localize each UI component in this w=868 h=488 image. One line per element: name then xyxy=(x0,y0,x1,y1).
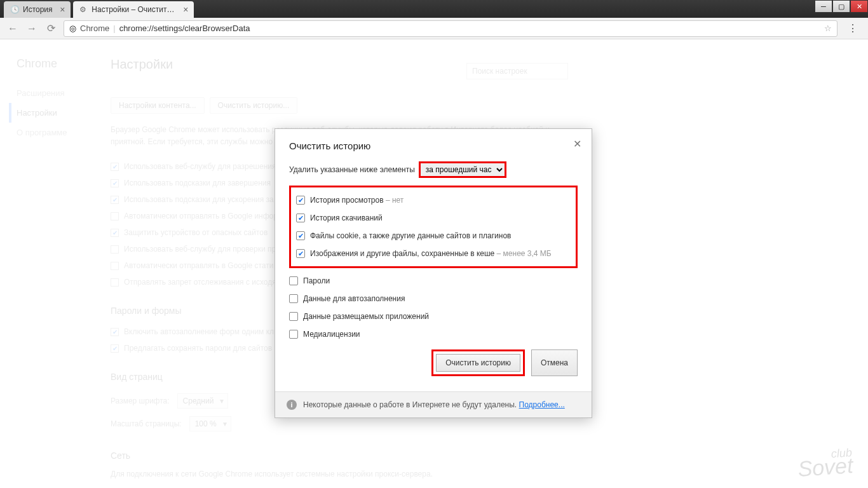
clear-data-checkbox-row[interactable]: Пароли xyxy=(289,272,578,290)
checkbox-label: Данные размещаемых приложений xyxy=(303,312,429,321)
clear-data-checkbox-row[interactable]: Файлы cookie, а также другие данные сайт… xyxy=(296,227,571,245)
clear-data-checkbox-row[interactable]: Данные для автозаполнения xyxy=(289,290,578,308)
close-tab-icon[interactable]: × xyxy=(183,4,188,15)
tab-title: История xyxy=(23,5,53,14)
clear-history-dialog: ✕ Очистить историю Удалить указанные ниж… xyxy=(275,128,592,418)
checkbox-label: Файлы cookie, а также другие данные сайт… xyxy=(310,231,511,240)
info-icon: i xyxy=(287,400,297,410)
address-bar[interactable]: ◎ Chrome | chrome://settings/clearBrowse… xyxy=(64,20,837,37)
clear-data-checkbox-row[interactable]: Медиалицензии xyxy=(289,325,578,343)
window-controls: ─ ▢ ✕ xyxy=(815,0,868,13)
footer-learn-more-link[interactable]: Подробнее... xyxy=(519,400,565,409)
watermark: club Sovet xyxy=(797,448,854,478)
checkbox-icon xyxy=(289,276,298,285)
checkbox-label: История скачиваний xyxy=(310,214,383,222)
maximize-button[interactable]: ▢ xyxy=(832,0,850,13)
footer-text: Некоторые данные о работе в Интернете не… xyxy=(303,400,517,409)
tab-history[interactable]: 🕓 История × xyxy=(4,1,71,18)
tab-strip: 🕓 История × ⚙ Настройки – Очистить и × xyxy=(0,0,868,18)
chrome-icon: ◎ xyxy=(69,24,76,33)
clear-data-checkbox-row[interactable]: Данные размещаемых приложений xyxy=(289,308,578,325)
clear-history-confirm-button[interactable]: Очистить историю xyxy=(436,354,520,372)
address-origin: Chrome xyxy=(80,24,109,33)
checkbox-icon xyxy=(289,312,298,321)
checkbox-icon xyxy=(296,249,305,258)
checkbox-note: – нет xyxy=(386,196,403,205)
dialog-title: Очистить историю xyxy=(289,140,578,151)
checkbox-icon xyxy=(289,294,298,303)
browser-toolbar: ← → ⟳ ◎ Chrome | chrome://settings/clear… xyxy=(0,18,868,39)
checkbox-icon xyxy=(296,231,305,240)
gear-icon: ⚙ xyxy=(79,5,88,14)
cancel-button[interactable]: Отмена xyxy=(531,349,578,376)
reload-button[interactable]: ⟳ xyxy=(44,22,57,35)
clear-data-checkbox-row[interactable]: История скачиваний xyxy=(296,209,571,227)
tab-title: Настройки – Очистить и xyxy=(92,5,175,14)
checkbox-label: Изображения и другие файлы, сохраненные … xyxy=(310,249,552,258)
clear-data-checkbox-row[interactable]: История просмотров – нет xyxy=(296,191,571,209)
minimize-button[interactable]: ─ xyxy=(815,0,832,13)
tab-settings[interactable]: ⚙ Настройки – Очистить и × xyxy=(73,1,194,18)
checkbox-label: Медиалицензии xyxy=(303,330,360,339)
highlighted-primary-action: Очистить историю xyxy=(431,349,525,376)
bookmark-star-icon[interactable]: ☆ xyxy=(824,24,832,33)
clear-data-checkbox-row[interactable]: Изображения и другие файлы, сохраненные … xyxy=(296,245,571,262)
close-window-button[interactable]: ✕ xyxy=(850,0,868,13)
forward-button[interactable]: → xyxy=(25,22,38,35)
checkbox-note: – менее 3,4 МБ xyxy=(497,249,552,258)
checkbox-icon xyxy=(289,330,298,339)
address-url: chrome://settings/clearBrowserData xyxy=(119,24,820,33)
dialog-close-button[interactable]: ✕ xyxy=(573,138,581,150)
time-range-select[interactable]: за прошедший час xyxy=(420,163,505,177)
checkbox-label: История просмотров – нет xyxy=(310,196,403,205)
highlighted-checked-group: История просмотров – нетИстория скачиван… xyxy=(289,186,578,268)
checkbox-label: Данные для автозаполнения xyxy=(303,294,405,303)
dialog-prompt: Удалить указанные ниже элементы xyxy=(289,165,415,174)
close-tab-icon[interactable]: × xyxy=(60,4,65,15)
history-icon: 🕓 xyxy=(10,5,19,14)
browser-menu-button[interactable]: ⋮ xyxy=(844,22,862,34)
dialog-footer: i Некоторые данные о работе в Интернете … xyxy=(275,391,592,417)
checkbox-icon xyxy=(296,196,305,205)
back-button[interactable]: ← xyxy=(6,22,19,35)
checkbox-label: Пароли xyxy=(303,276,330,285)
checkbox-icon xyxy=(296,214,305,222)
